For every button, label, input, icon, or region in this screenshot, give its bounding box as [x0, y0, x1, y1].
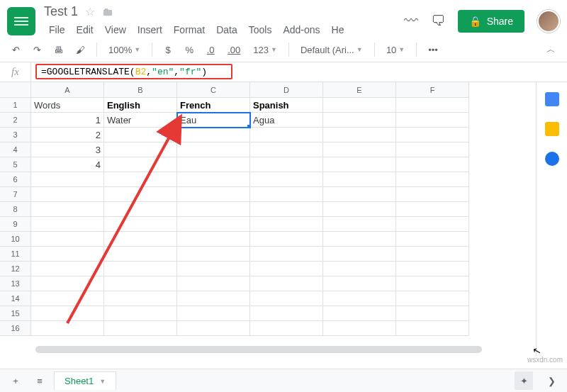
cell[interactable]: [323, 172, 396, 187]
print-button[interactable]: 🖶: [50, 40, 67, 59]
cell[interactable]: [323, 262, 396, 276]
cell[interactable]: [396, 291, 469, 306]
menu-edit[interactable]: Edit: [72, 22, 99, 38]
redo-button[interactable]: ↷: [28, 40, 45, 59]
row-header[interactable]: 7: [0, 187, 31, 202]
scroll-thumb[interactable]: [35, 346, 482, 353]
cell[interactable]: [323, 217, 396, 232]
cell[interactable]: [31, 232, 104, 247]
increase-decimal-button[interactable]: .00: [223, 40, 245, 59]
cell-D1[interactable]: Spanish: [250, 98, 323, 113]
row-header[interactable]: 12: [0, 262, 31, 276]
more-tools-button[interactable]: •••: [424, 40, 442, 59]
col-header-E[interactable]: E: [323, 82, 396, 98]
cell[interactable]: [104, 291, 177, 306]
cell[interactable]: [177, 306, 250, 321]
activity-icon[interactable]: 〰: [404, 13, 418, 29]
row-header[interactable]: 15: [0, 306, 31, 321]
share-button[interactable]: 🔒 Share: [458, 10, 524, 33]
cell[interactable]: [31, 291, 104, 306]
cell[interactable]: [396, 202, 469, 217]
cell[interactable]: [31, 202, 104, 217]
percent-button[interactable]: %: [181, 40, 198, 59]
cell[interactable]: [31, 217, 104, 232]
cell[interactable]: [323, 276, 396, 291]
cell[interactable]: [177, 262, 250, 276]
cell[interactable]: [250, 232, 323, 247]
cell-C4[interactable]: [177, 142, 250, 157]
paint-format-button[interactable]: 🖌: [72, 40, 89, 59]
cell[interactable]: [396, 247, 469, 262]
cell-B1[interactable]: English: [104, 98, 177, 113]
cell[interactable]: [31, 262, 104, 276]
cell[interactable]: [250, 247, 323, 262]
row-header[interactable]: 3: [0, 128, 31, 142]
col-header-A[interactable]: A: [31, 82, 104, 98]
row-header[interactable]: 13: [0, 276, 31, 291]
cell-B2[interactable]: Water: [104, 113, 177, 128]
cell[interactable]: [323, 306, 396, 321]
cell-B4[interactable]: [104, 142, 177, 157]
col-header-B[interactable]: B: [104, 82, 177, 98]
row-header[interactable]: 4: [0, 142, 31, 157]
formula-input[interactable]: =GOOGLETRANSLATE(B2, "en", "fr"): [31, 62, 567, 82]
comment-icon[interactable]: 🗨: [431, 13, 445, 29]
cell[interactable]: [104, 172, 177, 187]
fill-handle[interactable]: [247, 125, 250, 128]
account-avatar[interactable]: [537, 10, 560, 33]
menu-data[interactable]: Data: [211, 22, 242, 38]
cell[interactable]: [104, 306, 177, 321]
side-panel-toggle[interactable]: ❯: [541, 371, 561, 390]
cell[interactable]: [104, 321, 177, 336]
menu-tools[interactable]: Tools: [244, 22, 277, 38]
cell-D2[interactable]: Agua: [250, 113, 323, 128]
currency-button[interactable]: $: [159, 40, 176, 59]
cell-B3[interactable]: [104, 128, 177, 142]
horizontal-scrollbar[interactable]: [31, 345, 523, 354]
cell[interactable]: [31, 247, 104, 262]
cell[interactable]: [323, 247, 396, 262]
cell-F1[interactable]: [396, 98, 469, 113]
cell[interactable]: [250, 202, 323, 217]
menu-addons[interactable]: Add-ons: [278, 22, 325, 38]
cell-E5[interactable]: [323, 157, 396, 172]
document-title[interactable]: Test 1: [44, 4, 78, 19]
cell-E1[interactable]: [323, 98, 396, 113]
row-header[interactable]: 6: [0, 172, 31, 187]
cell-A2[interactable]: 1: [31, 113, 104, 128]
undo-button[interactable]: ↶: [7, 40, 24, 59]
cell[interactable]: [104, 276, 177, 291]
font-dropdown[interactable]: Default (Ari...▼: [296, 42, 367, 58]
sheet-tab[interactable]: Sheet1 ▼: [54, 371, 116, 390]
cell-A1[interactable]: Words: [31, 98, 104, 113]
cell[interactable]: [396, 217, 469, 232]
cell-F2[interactable]: [396, 113, 469, 128]
cell[interactable]: [177, 276, 250, 291]
cell[interactable]: [396, 321, 469, 336]
cell[interactable]: [250, 262, 323, 276]
menu-help[interactable]: He: [327, 22, 349, 38]
cell-C1[interactable]: French: [177, 98, 250, 113]
star-icon[interactable]: ☆: [85, 5, 95, 18]
row-header[interactable]: 1: [0, 98, 31, 113]
decrease-decimal-button[interactable]: .0: [202, 40, 219, 59]
cell[interactable]: [104, 187, 177, 202]
cell[interactable]: [396, 232, 469, 247]
cell[interactable]: [177, 172, 250, 187]
cell[interactable]: [323, 187, 396, 202]
cell[interactable]: [250, 217, 323, 232]
cell[interactable]: [250, 306, 323, 321]
cell[interactable]: [396, 172, 469, 187]
cell[interactable]: [104, 247, 177, 262]
cell[interactable]: [396, 187, 469, 202]
zoom-dropdown[interactable]: 100%▼: [104, 42, 145, 58]
row-header[interactable]: 10: [0, 232, 31, 247]
row-header[interactable]: 14: [0, 291, 31, 306]
menu-file[interactable]: File: [44, 22, 70, 38]
row-header[interactable]: 9: [0, 217, 31, 232]
cell-B5[interactable]: [104, 157, 177, 172]
cell[interactable]: [323, 232, 396, 247]
cell[interactable]: [396, 262, 469, 276]
cell[interactable]: [104, 262, 177, 276]
font-size-dropdown[interactable]: 10▼: [382, 42, 409, 58]
